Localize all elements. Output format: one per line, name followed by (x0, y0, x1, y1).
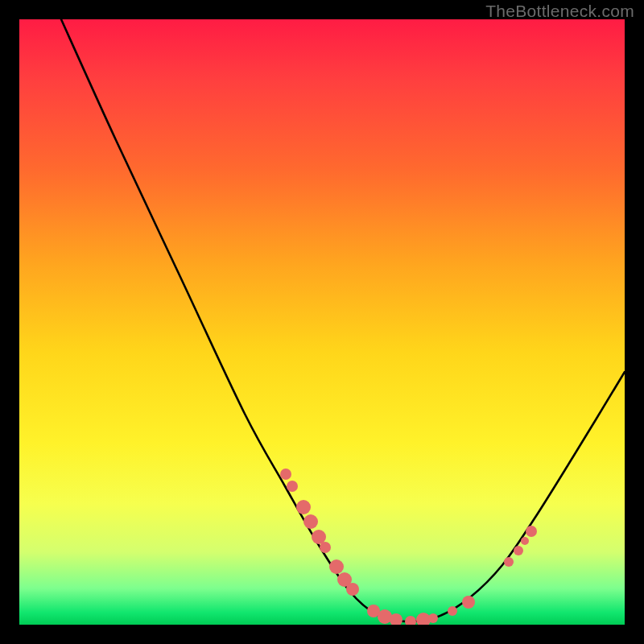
bottleneck-curve (61, 19, 625, 621)
highlight-dot (514, 546, 523, 555)
highlight-dot (346, 583, 359, 596)
highlight-dot (526, 526, 537, 537)
highlight-dot (303, 514, 318, 529)
highlight-dot (462, 596, 475, 609)
bottleneck-curve-svg (19, 19, 625, 625)
highlight-dot (280, 469, 291, 480)
highlight-dot (320, 542, 331, 553)
highlight-dot (428, 613, 438, 623)
chart-plot-area (19, 19, 625, 625)
highlight-dot (378, 609, 392, 624)
highlight-dot (405, 616, 416, 625)
highlight-dot (521, 537, 529, 545)
highlight-dot (296, 500, 311, 514)
highlight-dot (448, 606, 457, 616)
highlight-dot (287, 481, 298, 492)
highlight-dot (504, 557, 514, 567)
watermark-text: TheBottleneck.com (485, 2, 634, 21)
highlight-dot (329, 559, 344, 574)
